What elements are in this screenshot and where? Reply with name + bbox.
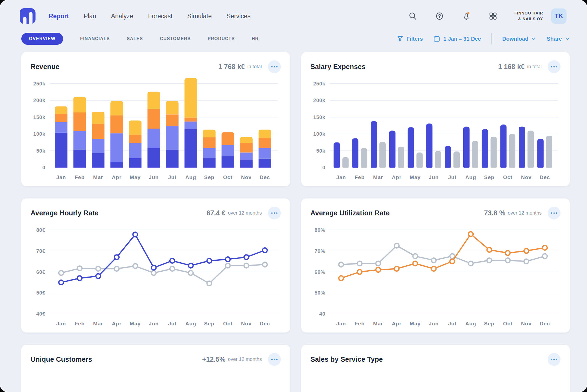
tab-hr[interactable]: HR bbox=[252, 36, 259, 41]
svg-text:Apr: Apr bbox=[392, 321, 402, 326]
svg-text:60€: 60€ bbox=[36, 269, 45, 275]
svg-text:250k: 250k bbox=[33, 81, 45, 87]
svg-text:Sep: Sep bbox=[484, 321, 494, 326]
svg-text:Nov: Nov bbox=[241, 174, 252, 180]
card-title: Sales by Service Type bbox=[311, 355, 383, 363]
svg-text:250k: 250k bbox=[313, 81, 325, 87]
svg-text:Oct: Oct bbox=[223, 174, 233, 180]
svg-text:Aug: Aug bbox=[465, 174, 476, 180]
tab-products[interactable]: PRODUCTS bbox=[208, 36, 235, 41]
share-button[interactable]: Share bbox=[547, 36, 570, 42]
svg-text:May: May bbox=[410, 321, 421, 326]
svg-text:80€: 80€ bbox=[36, 227, 45, 233]
revenue-card: Revenue 1 768 k€ in total 250k200k150k10… bbox=[21, 52, 290, 186]
svg-text:Sep: Sep bbox=[484, 174, 494, 180]
svg-text:Dec: Dec bbox=[539, 321, 550, 326]
logo-bar-tall bbox=[29, 12, 33, 24]
main-nav: Report Plan Analyze Forecast Simulate Se… bbox=[49, 13, 250, 20]
svg-text:Jan: Jan bbox=[336, 174, 346, 180]
svg-text:Mar: Mar bbox=[93, 174, 103, 180]
card-header: Salary Expenses 1 168 k€ in total bbox=[311, 60, 561, 73]
average-hourly-rate-card: Average Hourly Rate 67.4 € over 12 month… bbox=[21, 198, 290, 332]
card-value-caption: in total bbox=[527, 64, 542, 70]
user-avatar[interactable]: TK bbox=[551, 8, 567, 24]
nav-item-report[interactable]: Report bbox=[49, 13, 69, 20]
more-options-button[interactable] bbox=[548, 60, 561, 73]
svg-text:60%: 60% bbox=[314, 269, 325, 275]
svg-text:0: 0 bbox=[42, 165, 45, 170]
date-range-picker[interactable]: 1 Jan – 31 Dec bbox=[433, 35, 481, 42]
filters-button[interactable]: Filters bbox=[397, 35, 423, 42]
svg-text:Feb: Feb bbox=[355, 174, 365, 180]
svg-text:Oct: Oct bbox=[223, 321, 233, 326]
nav-item-plan[interactable]: Plan bbox=[84, 13, 96, 20]
card-header: Average Utilization Rate 73.8 % over 12 … bbox=[311, 207, 561, 219]
svg-text:Aug: Aug bbox=[185, 321, 196, 326]
nav-item-services[interactable]: Services bbox=[226, 13, 250, 20]
svg-text:Jan: Jan bbox=[56, 321, 66, 326]
card-header: Revenue 1 768 k€ in total bbox=[31, 60, 281, 73]
card-title: Revenue bbox=[31, 63, 60, 71]
svg-text:Jul: Jul bbox=[448, 174, 456, 180]
unique-customers-card: Unique Customers +12.5% over 12 months bbox=[21, 345, 290, 392]
more-options-button[interactable] bbox=[268, 207, 281, 219]
svg-text:Jan: Jan bbox=[56, 174, 66, 180]
tab-customers[interactable]: CUSTOMERS bbox=[160, 36, 191, 41]
report-tabs-bar: OVERVIEW FINANCIALS SALES CUSTOMERS PROD… bbox=[0, 33, 587, 45]
svg-text:Nov: Nov bbox=[241, 321, 252, 326]
nav-item-simulate[interactable]: Simulate bbox=[187, 13, 211, 20]
tab-financials[interactable]: FINANCIALS bbox=[80, 36, 110, 41]
top-right-cluster: FINNOO HAIR & NAILS OY TK bbox=[408, 8, 567, 24]
help-icon[interactable] bbox=[435, 12, 444, 20]
hourly-rate-line-chart: 80€70€60€50€40€JanFebMarAprMayJunJulAugS… bbox=[31, 221, 281, 331]
svg-text:Aug: Aug bbox=[465, 321, 476, 326]
top-bar: Report Plan Analyze Forecast Simulate Se… bbox=[0, 0, 587, 24]
chevron-down-icon bbox=[531, 36, 536, 41]
notifications-bell-icon[interactable] bbox=[462, 12, 471, 20]
more-options-button[interactable] bbox=[268, 353, 281, 366]
revenue-stacked-bar-chart: 250k200k150k100k50k0JanFebMarAprMayJunJu… bbox=[31, 75, 281, 185]
app-logo[interactable] bbox=[20, 8, 36, 24]
salary-expenses-card: Salary Expenses 1 168 k€ in total 250k20… bbox=[301, 52, 570, 186]
more-options-button[interactable] bbox=[548, 207, 561, 219]
card-title: Salary Expenses bbox=[311, 63, 366, 71]
svg-text:Sep: Sep bbox=[204, 321, 214, 326]
svg-text:200k: 200k bbox=[313, 97, 325, 103]
svg-text:Feb: Feb bbox=[75, 321, 85, 326]
calendar-icon bbox=[433, 35, 440, 42]
tab-sales[interactable]: SALES bbox=[127, 36, 143, 41]
svg-text:0: 0 bbox=[322, 165, 325, 170]
average-utilization-rate-card: Average Utilization Rate 73.8 % over 12 … bbox=[301, 198, 570, 332]
funnel-icon bbox=[397, 35, 403, 42]
more-options-button[interactable] bbox=[548, 353, 561, 366]
nav-item-forecast[interactable]: Forecast bbox=[148, 13, 172, 20]
svg-text:Jun: Jun bbox=[429, 321, 439, 326]
card-header: Average Hourly Rate 67.4 € over 12 month… bbox=[31, 207, 281, 219]
card-value-caption: in total bbox=[247, 64, 262, 70]
svg-text:Mar: Mar bbox=[373, 321, 383, 326]
svg-text:Dec: Dec bbox=[539, 174, 550, 180]
svg-text:200k: 200k bbox=[33, 97, 45, 103]
svg-text:Mar: Mar bbox=[373, 174, 383, 180]
logo-bar-short bbox=[23, 17, 26, 24]
svg-text:Jun: Jun bbox=[429, 174, 439, 180]
card-value: 1 168 k€ bbox=[498, 63, 525, 71]
search-icon[interactable] bbox=[408, 12, 417, 20]
card-title: Average Hourly Rate bbox=[31, 209, 99, 217]
notification-dot bbox=[467, 12, 470, 14]
svg-text:Jun: Jun bbox=[149, 321, 159, 326]
tab-overview[interactable]: OVERVIEW bbox=[21, 33, 63, 45]
card-title: Unique Customers bbox=[31, 355, 92, 363]
more-options-button[interactable] bbox=[268, 60, 281, 73]
download-button[interactable]: Download bbox=[502, 36, 536, 42]
utilization-rate-line-chart: 80%70%60%50%40JanFebMarAprMayJunJulAugSe… bbox=[311, 221, 561, 331]
apps-grid-icon[interactable] bbox=[489, 12, 497, 20]
svg-text:50k: 50k bbox=[36, 148, 45, 154]
card-title: Average Utilization Rate bbox=[311, 209, 390, 217]
nav-item-analyze[interactable]: Analyze bbox=[111, 13, 133, 20]
card-value-caption: over 12 months bbox=[228, 210, 262, 216]
chevron-down-icon bbox=[565, 36, 570, 41]
svg-text:Feb: Feb bbox=[355, 321, 365, 326]
company-name: FINNOO HAIR & NAILS OY bbox=[514, 10, 543, 22]
svg-text:Oct: Oct bbox=[503, 174, 512, 180]
